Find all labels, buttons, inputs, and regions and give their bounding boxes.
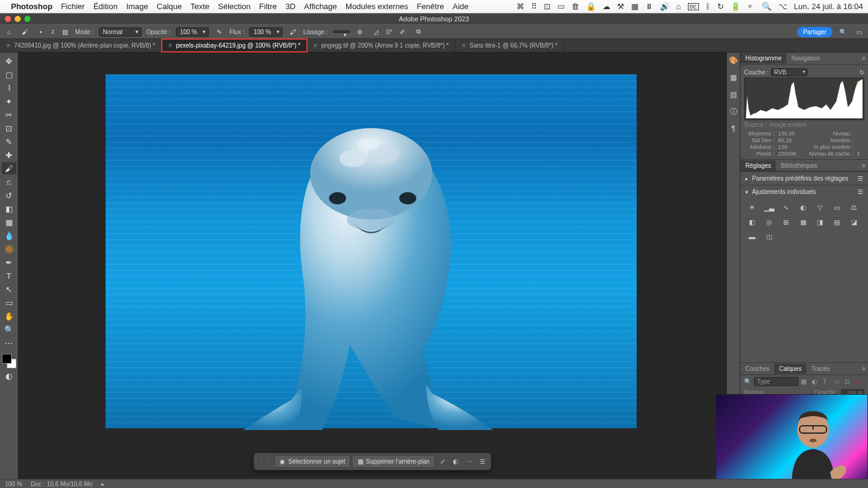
smoothing-gear-icon[interactable]: ⚙	[355, 26, 366, 37]
frame-tool[interactable]: ⊡	[2, 122, 16, 134]
tab-histogram[interactable]: Histogramme	[740, 53, 786, 63]
properties-icon[interactable]: ☰	[477, 456, 489, 468]
paragraph-panel-icon[interactable]: ¶	[728, 123, 739, 134]
list-icon[interactable]: ☰	[858, 188, 863, 195]
tray-dropbox-icon[interactable]: ⠿	[531, 2, 537, 11]
menu-window[interactable]: Fenêtre	[417, 2, 444, 11]
tray-tool-icon[interactable]: ⚒	[617, 2, 624, 11]
tray-grid-icon[interactable]: ▦	[631, 2, 638, 11]
menu-help[interactable]: Aide	[452, 2, 468, 11]
filter-image-icon[interactable]: ▩	[801, 378, 809, 385]
window-zoom-button[interactable]	[24, 16, 31, 22]
panel-menu-icon[interactable]: ≡	[859, 55, 868, 62]
remove-background-button[interactable]: ▩Supprimer l'arrière-plan	[352, 455, 435, 468]
menu-filter[interactable]: Filtre	[259, 2, 277, 11]
pressure-size-icon[interactable]: ✐	[397, 26, 408, 37]
tray-pause-icon[interactable]: ⏸	[645, 2, 653, 11]
eyedropper-tool[interactable]: ✎	[2, 135, 16, 148]
dodge-tool[interactable]: 🔆	[2, 243, 16, 255]
menu-edit[interactable]: Édition	[93, 2, 118, 11]
refresh-icon[interactable]: ↻	[859, 69, 864, 76]
brush-panel-icon[interactable]: ▨	[59, 26, 70, 37]
tray-wifi-icon[interactable]: ᯤ	[747, 2, 755, 11]
angle-value[interactable]: 0°	[386, 29, 392, 35]
tab-adjustments[interactable]: Réglages	[740, 160, 776, 171]
tab-paths[interactable]: Tracés	[806, 364, 834, 374]
channelmixer-icon[interactable]: ⊞	[781, 217, 792, 228]
doc-tab-3[interactable]: ×Sans titre-1 @ 66,7% (RVB/8*) *	[455, 39, 564, 52]
contextual-taskbar[interactable]: ⋮⋮ ◉Sélectionner un sujet ▩Supprimer l'a…	[253, 453, 491, 470]
lasso-tool[interactable]: ⌇	[2, 82, 16, 94]
filter-toggle-icon[interactable]: ●	[856, 378, 864, 385]
status-chevron-icon[interactable]: ▸	[101, 481, 104, 487]
menu-selection[interactable]: Sélection	[218, 2, 250, 11]
bw-icon[interactable]: ◧	[747, 217, 758, 228]
colorlookup-icon[interactable]: ▦	[798, 217, 809, 228]
invert-icon[interactable]: ◨	[814, 217, 825, 228]
select-subject-button[interactable]: ◉Sélectionner un sujet	[274, 455, 350, 468]
panel-menu-icon[interactable]: ≡	[859, 162, 868, 169]
channel-select[interactable]: RVB	[771, 68, 808, 76]
blur-tool[interactable]: 💧	[2, 229, 16, 242]
home-icon[interactable]: ⌂	[4, 26, 15, 37]
curves-icon[interactable]: ∿	[781, 202, 792, 213]
tray-search-icon[interactable]: 🔍	[762, 2, 772, 11]
brush-tool-icon[interactable]: 🖌	[20, 26, 31, 37]
hue-icon[interactable]: ▭	[831, 202, 842, 213]
presets-section-header[interactable]: ▸Paramètres prédéfinis des réglages☰	[740, 172, 868, 185]
tray-lock-icon[interactable]: 🔒	[586, 2, 596, 11]
list-icon[interactable]: ☰	[858, 175, 863, 182]
zoom-level[interactable]: 100 %	[5, 481, 22, 487]
tab-navigator[interactable]: Navigation	[786, 53, 825, 63]
doc-tab-0[interactable]: ×74288410.jpg @ 100% (Arrière-plan copie…	[0, 39, 162, 52]
tray-home-icon[interactable]: ⌂	[676, 2, 681, 11]
panel-menu-icon[interactable]: ≡	[859, 365, 868, 372]
doc-tab-2[interactable]: ×pngegg.tif @ 200% (Arrow 9 1 copie, RVB…	[307, 39, 455, 52]
path-select-tool[interactable]: ↖	[2, 283, 16, 295]
menu-file[interactable]: Fichier	[61, 2, 85, 11]
tray-cloud-icon[interactable]: ☁	[602, 2, 610, 11]
tray-trash-icon[interactable]: 🗑	[571, 2, 579, 11]
vibrance-icon[interactable]: ▽	[814, 202, 825, 213]
type-tool[interactable]: T	[2, 270, 16, 282]
menu-3d[interactable]: 3D	[285, 2, 295, 11]
document-canvas[interactable]	[106, 74, 637, 428]
tray-be-icon[interactable]: BE	[688, 3, 699, 10]
clock[interactable]: Lun. 24 juil. à 16:04	[794, 2, 863, 11]
airbrush-icon[interactable]: 🖍	[288, 26, 298, 37]
filter-adjust-icon[interactable]: ◐	[812, 378, 820, 385]
menu-layer[interactable]: Calque	[157, 2, 182, 11]
close-tab-icon[interactable]: ×	[6, 41, 10, 50]
filter-shape-icon[interactable]: ▭	[834, 378, 842, 385]
selectivecolor-icon[interactable]: ◫	[764, 231, 775, 242]
opacity-select[interactable]: 100 %	[176, 27, 209, 37]
marquee-tool[interactable]: ▢	[2, 68, 16, 81]
tray-display-icon[interactable]: ▭	[557, 2, 565, 11]
menu-plugins[interactable]: Modules externes	[345, 2, 408, 11]
menu-image[interactable]: Image	[126, 2, 148, 11]
blend-mode-select[interactable]: Normal	[99, 27, 142, 37]
grip-icon[interactable]: ⋮⋮	[256, 457, 273, 466]
flux-select[interactable]: 100 %	[249, 27, 282, 37]
app-menu[interactable]: Photoshop	[11, 2, 52, 11]
tab-channels[interactable]: Couches	[740, 364, 774, 374]
menu-text[interactable]: Texte	[190, 2, 209, 11]
color-panel-icon[interactable]: 🎨	[728, 55, 739, 66]
smoothing-select[interactable]	[333, 30, 350, 33]
layer-filter-input[interactable]: Type	[754, 377, 798, 386]
canvas-area[interactable]: ⋮⋮ ◉Sélectionner un sujet ▩Supprimer l'a…	[18, 52, 726, 479]
crop-tool[interactable]: ✂	[2, 109, 16, 121]
filter-smart-icon[interactable]: ⊡	[845, 378, 853, 385]
close-tab-icon[interactable]: ×	[461, 41, 466, 50]
tray-screen-icon[interactable]: ⊡	[544, 2, 551, 11]
info-panel-icon[interactable]: ⓘ	[728, 106, 739, 117]
menu-view[interactable]: Affichage	[304, 2, 337, 11]
workspace-icon[interactable]: ▭	[853, 26, 864, 37]
exposure-icon[interactable]: ◐	[798, 202, 809, 213]
eraser-tool[interactable]: ◧	[2, 203, 16, 215]
move-tool[interactable]: ✥	[2, 55, 16, 67]
window-close-button[interactable]	[5, 16, 11, 22]
edit-toolbar[interactable]: ⋯	[2, 337, 16, 349]
properties-panel-icon[interactable]: ▤	[728, 89, 739, 100]
doc-size[interactable]: Doc : 10,6 Mo/10,6 Mo	[31, 481, 92, 487]
